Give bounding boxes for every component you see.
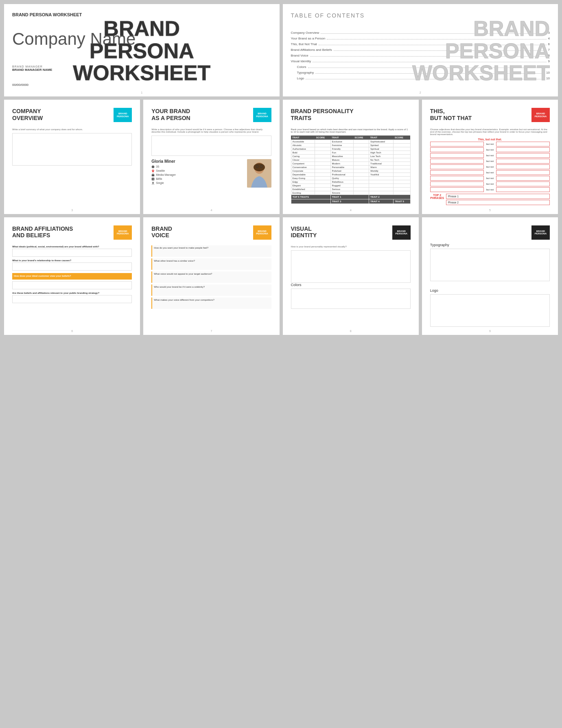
- affiliations-qa: What ideals (political, social, environm…: [12, 245, 132, 303]
- voice-question: What other brand has a similar voice?: [151, 258, 271, 270]
- brand-badge-red: BRANDPERSONA: [531, 108, 550, 122]
- brand-as-person-title: YOUR BRANDAS A PERSON: [151, 108, 253, 122]
- brand-badge-label: BRANDPERSONA: [117, 112, 129, 118]
- phrase1: Phrase 1: [446, 194, 550, 199]
- person-info: Gloria Miner i 35 Seattle Media Manager …: [151, 159, 243, 186]
- traits-col-score2: SCORE: [353, 136, 369, 140]
- traits-row: Easy-GoingQuirky: [291, 176, 410, 180]
- traits-desc: Rank your brand based on which traits be…: [291, 128, 411, 133]
- company-overview-page: COMPANYOVERVIEW BRANDPERSONA Write a bri…: [4, 100, 140, 214]
- colors-box[interactable]: [291, 289, 411, 309]
- tbn-this-cell[interactable]: [430, 153, 484, 158]
- tbn-this-cell[interactable]: [430, 181, 484, 186]
- traits-row: AuthoritativeFriendlySpiritual: [291, 147, 410, 151]
- trait1-label: TRAIT 1: [330, 195, 369, 199]
- person-age: i 35: [151, 165, 243, 168]
- tbn-but-label: but not: [485, 170, 494, 175]
- tbn-not-cell[interactable]: [496, 164, 550, 169]
- tbn-this-cell[interactable]: [430, 164, 484, 169]
- svg-rect-7: [153, 181, 154, 183]
- brand-badge-black: BRANDPERSONA: [392, 225, 411, 240]
- tbn-not-cell[interactable]: [496, 181, 550, 186]
- tbn-row: but not: [430, 176, 550, 181]
- brand-badge-label-black-2: BRANDPERSONA: [535, 230, 547, 235]
- tbn-not-cell[interactable]: [496, 153, 550, 158]
- tbn-row: but not: [430, 153, 550, 158]
- tbn-not-cell[interactable]: [496, 176, 550, 181]
- brand-personality-title: BRAND PERSONALITYTRAITS: [291, 108, 411, 122]
- person-photo: [247, 159, 271, 188]
- svg-point-2: [153, 170, 153, 171]
- traits-row: CompetentModernTraditional: [291, 162, 410, 165]
- visual-box[interactable]: [291, 250, 411, 283]
- tbn-not-cell[interactable]: [496, 187, 550, 192]
- tbn-rows-container: but not but not but not but not but not …: [430, 142, 550, 192]
- affiliations-page-num: 6: [71, 330, 73, 332]
- tbn-not-cell[interactable]: [496, 170, 550, 175]
- traits-col-score3: SCORE: [394, 136, 411, 140]
- traits-row: CorporatePolishedWorldly: [291, 169, 410, 173]
- tbn-title: THIS,BUT NOT THAT: [430, 108, 531, 122]
- brand-as-person-page: YOUR BRANDAS A PERSON BRANDPERSONA Write…: [143, 100, 279, 214]
- brand-personality-page: BRAND PERSONALITYTRAITS Rank your brand …: [283, 100, 419, 214]
- tbn-not-cell[interactable]: [496, 147, 550, 152]
- tbn-row: but not: [430, 159, 550, 164]
- qa-question: How does your ideal customer view your b…: [14, 275, 130, 277]
- affiliations-title: BRAND AFFILIATIONSAND BELIEFS: [12, 225, 114, 239]
- tbn-this-cell[interactable]: [430, 170, 484, 175]
- qa-yellow-box: How does your ideal customer view your b…: [12, 273, 132, 280]
- toc-page: TABLE OF CONTENTS Company Overview3Your …: [283, 4, 558, 96]
- company-overview-box[interactable]: [12, 133, 132, 166]
- cover-big-text-2: PERSONA: [4, 40, 280, 62]
- tbn-not-cell[interactable]: [496, 159, 550, 164]
- tbn-not-cell[interactable]: [496, 142, 550, 146]
- tbn-this-cell[interactable]: [430, 176, 484, 181]
- qa-answer[interactable]: [12, 262, 132, 271]
- voice-page-num: 7: [210, 330, 212, 332]
- tbn-row: but not: [430, 142, 550, 146]
- voice-question: What makes your voice different from you…: [151, 297, 271, 309]
- brand-voice-page: BRANDVOICE BRANDPERSONA How do you want …: [143, 217, 279, 335]
- qa-question: What ideals (political, social, environm…: [12, 245, 132, 248]
- traits-row: ElegantRugged: [291, 184, 410, 187]
- typography-box[interactable]: [430, 249, 550, 281]
- qa-answer[interactable]: [12, 295, 132, 303]
- affiliations-qa-section: How does your ideal customer view your b…: [12, 273, 132, 289]
- traits-col-trait1: TRAIT: [291, 136, 315, 140]
- traits-table: TRAIT SCORE TRAIT SCORE TRAIT SCORE Acce…: [291, 136, 411, 204]
- traits-row: BoldFunHigh Tech: [291, 151, 410, 154]
- qa-answer[interactable]: [12, 249, 132, 257]
- person-location: Seattle: [151, 169, 243, 173]
- logo-box[interactable]: [430, 294, 550, 327]
- tbn-but-label: but not: [485, 164, 494, 169]
- toc-big-text-3: WORKSHEET: [412, 62, 550, 84]
- tbn-this-cell[interactable]: [430, 159, 484, 164]
- svg-text:i: i: [153, 166, 153, 168]
- top2-label: TOP 2PHRASES: [430, 194, 444, 200]
- brand-badge-yellow-2: BRANDPERSONA: [253, 225, 271, 240]
- tbn-this-cell[interactable]: [430, 147, 484, 152]
- traits-row: CleverMatureNo Tech: [291, 158, 410, 162]
- tbn-but-label: but not: [485, 187, 494, 192]
- brand-badge-black-2: BRANDPERSONA: [531, 225, 550, 240]
- qa-answer[interactable]: [12, 281, 132, 289]
- brand-badge-label-black: BRANDPERSONA: [395, 230, 407, 235]
- trait2-label: TRAIT 2: [369, 195, 410, 199]
- affiliations-qa-section: What is your brand's relationship to the…: [12, 259, 132, 271]
- voice-questions: How do you want your brand to make peopl…: [151, 245, 271, 309]
- tbn-this-cell[interactable]: [430, 142, 484, 146]
- person-card: Gloria Miner i 35 Seattle Media Manager …: [151, 159, 271, 188]
- person-role: Media Manager: [151, 173, 243, 177]
- affiliations-qa-section: Are these beliefs and affiliations relev…: [12, 292, 132, 303]
- tbn-this-cell[interactable]: [430, 187, 484, 192]
- toc-big-text-2: PERSONA: [412, 40, 550, 62]
- affiliations-qa-section: What ideals (political, social, environm…: [12, 245, 132, 257]
- tbn-row: but not: [430, 187, 550, 192]
- company-overview-page-num: 3: [71, 209, 73, 212]
- cover-title: BRAND PERSONA WORKSHEET: [12, 12, 271, 17]
- brand-badge-label-red: BRANDPERSONA: [535, 112, 547, 118]
- brand-description-box[interactable]: [151, 136, 271, 156]
- trait4-val: TRAIT 4: [369, 199, 393, 203]
- tbn-but-label: but not: [485, 153, 494, 158]
- toc-big-text-1: BRAND: [412, 17, 550, 40]
